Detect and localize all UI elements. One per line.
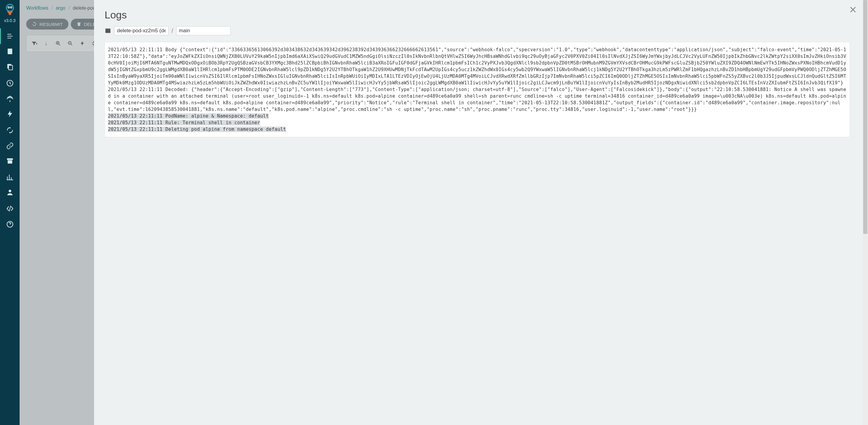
svg-rect-8	[8, 65, 12, 70]
panel-inputs: /	[104, 26, 850, 35]
svg-rect-16	[105, 30, 111, 33]
svg-point-12	[8, 190, 11, 192]
nav-help[interactable]	[0, 216, 20, 232]
nav-cron[interactable]	[0, 75, 20, 91]
log-line: 2021/05/13 22:11:11 Body {"context":{"id…	[108, 47, 846, 86]
svg-rect-11	[7, 160, 12, 164]
log-line-highlighted: 2021/05/13 22:11:11 Rule: Terminal shell…	[108, 119, 846, 126]
svg-rect-10	[7, 158, 13, 160]
nav-link[interactable]	[0, 138, 20, 154]
nav-reports[interactable]	[0, 170, 20, 185]
nav-archive[interactable]	[0, 154, 20, 170]
panel-title: Logs	[104, 9, 850, 21]
path-sep: /	[172, 27, 173, 34]
log-output[interactable]: 2021/05/13 22:11:11 Body {"context":{"id…	[104, 42, 850, 137]
log-line: 2021/05/13 22:11:11 Decoded: {"header":{…	[108, 86, 846, 113]
box-icon	[104, 27, 111, 34]
svg-point-5	[10, 7, 11, 8]
nav-eventflow[interactable]	[0, 122, 20, 138]
close-button[interactable]	[849, 5, 857, 14]
argo-logo	[3, 2, 17, 16]
log-line-highlighted: 2021/05/13 22:11:11 PodName: alpine & Na…	[108, 113, 846, 119]
nav	[0, 28, 20, 232]
nav-stack[interactable]	[0, 60, 20, 75]
nav-apidocs[interactable]	[0, 201, 20, 216]
nav-templates[interactable]	[0, 44, 20, 60]
nav-workflows[interactable]	[0, 28, 20, 44]
logs-panel: Logs / 2021/05/13 22:11:11 Body {"contex…	[94, 0, 868, 425]
scrollbar[interactable]	[863, 0, 868, 425]
svg-rect-17	[105, 29, 111, 30]
app-root: v3.0.3 Workflows / argo / delete	[0, 0, 868, 425]
workflow-select[interactable]	[114, 26, 168, 35]
log-line-highlighted: 2021/05/13 22:11:11 Deleting pod alpine …	[108, 126, 846, 133]
logo-block: v3.0.3	[3, 2, 17, 23]
version-label: v3.0.3	[4, 18, 16, 23]
sidebar: v3.0.3	[0, 0, 20, 425]
nav-sensors[interactable]	[0, 107, 20, 122]
nav-events[interactable]	[0, 91, 20, 107]
svg-point-4	[8, 7, 9, 8]
container-select[interactable]	[176, 26, 230, 35]
svg-rect-6	[7, 49, 12, 54]
nav-user[interactable]	[0, 185, 20, 201]
scrollbar-thumb[interactable]	[863, 0, 867, 234]
workspace: Workflows / argo / delete-pod-xz RESUBMI…	[20, 0, 868, 425]
